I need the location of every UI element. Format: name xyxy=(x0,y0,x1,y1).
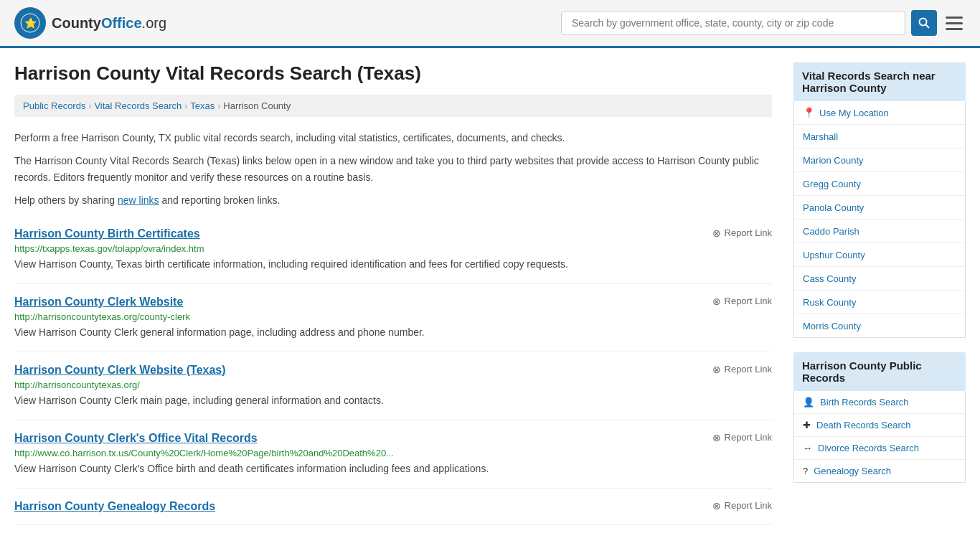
report-icon: ⊗ xyxy=(712,364,721,375)
result-url-2: http://harrisoncountytexas.org/ xyxy=(14,380,772,390)
result-title-3[interactable]: Harrison County Clerk's Office Vital Rec… xyxy=(14,432,258,445)
result-header: Harrison County Clerk Website (Texas) ⊗ … xyxy=(14,364,772,377)
breadcrumb-link-public-records[interactable]: Public Records xyxy=(23,100,85,111)
record-link-2[interactable]: Divorce Records Search xyxy=(818,443,919,453)
breadcrumb-current: Harrison County xyxy=(223,100,291,111)
nearby-item-5[interactable]: Upshur County xyxy=(794,243,965,267)
nearby-item-4[interactable]: Caddo Parish xyxy=(794,220,965,243)
result-title-0[interactable]: Harrison County Birth Certificates xyxy=(14,227,200,240)
record-item-1[interactable]: ✚ Death Records Search xyxy=(794,414,965,437)
page-body: Harrison County Vital Records Search (Te… xyxy=(0,48,980,525)
nearby-header: Vital Records Search near Harrison Count… xyxy=(793,62,966,101)
search-input[interactable] xyxy=(561,11,905,35)
record-item-2[interactable]: ↔ Divorce Records Search xyxy=(794,437,965,460)
result-title-4[interactable]: Harrison County Genealogy Records xyxy=(14,500,215,513)
location-icon: 📍 xyxy=(803,107,815,118)
svg-point-2 xyxy=(920,19,927,26)
nearby-item-8[interactable]: Morris County xyxy=(794,314,965,337)
description-1: Perform a free Harrison County, TX publi… xyxy=(14,130,772,146)
nearby-link-7[interactable]: Rusk County xyxy=(803,297,856,308)
result-url-3: http://www.co.harrison.tx.us/County%20Cl… xyxy=(14,448,772,458)
breadcrumb-link-vital-records[interactable]: Vital Records Search xyxy=(94,100,182,111)
result-header: Harrison County Clerk Website ⊗ Report L… xyxy=(14,296,772,309)
results-container: Harrison County Birth Certificates ⊗ Rep… xyxy=(14,216,772,525)
result-desc-1: View Harrison County Clerk general infor… xyxy=(14,325,772,340)
nearby-item-6[interactable]: Cass County xyxy=(794,267,965,291)
public-records-list: 👤 Birth Records Search ✚ Death Records S… xyxy=(793,391,966,483)
public-records-section: Harrison County Public Records 👤 Birth R… xyxy=(793,352,966,483)
nearby-link-6[interactable]: Cass County xyxy=(803,273,856,284)
breadcrumb-link-texas[interactable]: Texas xyxy=(190,100,215,111)
report-icon: ⊗ xyxy=(712,432,721,443)
main-content: Harrison County Vital Records Search (Te… xyxy=(14,62,793,525)
nearby-section: Vital Records Search near Harrison Count… xyxy=(793,62,966,338)
report-link-0[interactable]: ⊗ Report Link xyxy=(712,227,772,239)
record-link-0[interactable]: Birth Records Search xyxy=(820,397,909,408)
nearby-link-2[interactable]: Gregg County xyxy=(803,179,861,189)
report-icon: ⊗ xyxy=(712,296,721,307)
breadcrumb: Public Records › Vital Records Search › … xyxy=(14,95,772,117)
record-icon-3: ? xyxy=(803,466,808,476)
record-link-1[interactable]: Death Records Search xyxy=(816,420,911,430)
record-item-3[interactable]: ? Genealogy Search xyxy=(794,460,965,482)
use-location-link[interactable]: Use My Location xyxy=(819,108,889,118)
nearby-link-8[interactable]: Morris County xyxy=(803,321,861,331)
report-link-1[interactable]: ⊗ Report Link xyxy=(712,296,772,307)
description-2: The Harrison County Vital Records Search… xyxy=(14,153,772,185)
nearby-link-3[interactable]: Panola County xyxy=(803,202,864,213)
result-header: Harrison County Genealogy Records ⊗ Repo… xyxy=(14,500,772,513)
nearby-link-4[interactable]: Caddo Parish xyxy=(803,226,859,237)
report-icon: ⊗ xyxy=(712,227,721,239)
nearby-item-1[interactable]: Marion County xyxy=(794,149,965,172)
public-records-header: Harrison County Public Records xyxy=(793,352,966,391)
nearby-item-7[interactable]: Rusk County xyxy=(794,291,965,314)
nearby-link-5[interactable]: Upshur County xyxy=(803,250,865,260)
result-title-2[interactable]: Harrison County Clerk Website (Texas) xyxy=(14,364,226,377)
result-entry: Harrison County Clerk's Office Vital Rec… xyxy=(14,420,772,489)
record-icon-2: ↔ xyxy=(803,443,812,453)
new-links-link[interactable]: new links xyxy=(118,194,159,206)
result-header: Harrison County Birth Certificates ⊗ Rep… xyxy=(14,227,772,240)
use-location-item[interactable]: 📍 Use My Location xyxy=(794,101,965,125)
sidebar: Vital Records Search near Harrison Count… xyxy=(793,62,966,525)
result-entry: Harrison County Clerk Website (Texas) ⊗ … xyxy=(14,352,772,420)
nearby-item-2[interactable]: Gregg County xyxy=(794,172,965,196)
record-icon-0: 👤 xyxy=(803,397,814,408)
svg-text:⭐: ⭐ xyxy=(24,17,37,29)
result-url-1: http://harrisoncountytexas.org/county-cl… xyxy=(14,311,772,322)
record-link-3[interactable]: Genealogy Search xyxy=(814,466,891,476)
result-desc-3: View Harrison County Clerk's Office birt… xyxy=(14,461,772,476)
page-title: Harrison County Vital Records Search (Te… xyxy=(14,62,772,85)
search-area xyxy=(561,10,966,36)
result-desc-2: View Harrison County Clerk main page, in… xyxy=(14,393,772,408)
result-entry: Harrison County Genealogy Records ⊗ Repo… xyxy=(14,489,772,525)
nearby-item-0[interactable]: Marshall xyxy=(794,125,965,149)
result-url-0: https://txapps.texas.gov/tolapp/ovra/ind… xyxy=(14,243,772,254)
nearby-link-0[interactable]: Marshall xyxy=(803,131,838,142)
result-entry: Harrison County Birth Certificates ⊗ Rep… xyxy=(14,216,772,284)
result-desc-0: View Harrison County, Texas birth certif… xyxy=(14,257,772,272)
nearby-list: 📍 Use My Location MarshallMarion CountyG… xyxy=(793,101,966,338)
header: ⭐ CountyOffice.org xyxy=(0,0,980,48)
search-button[interactable] xyxy=(911,10,937,36)
logo-area: ⭐ CountyOffice.org xyxy=(14,7,166,39)
report-link-3[interactable]: ⊗ Report Link xyxy=(712,432,772,443)
menu-button[interactable] xyxy=(943,14,966,33)
nearby-link-1[interactable]: Marion County xyxy=(803,155,864,166)
report-icon: ⊗ xyxy=(712,500,721,512)
logo-icon: ⭐ xyxy=(14,7,46,39)
record-icon-1: ✚ xyxy=(803,420,811,430)
svg-line-3 xyxy=(926,25,930,29)
result-header: Harrison County Clerk's Office Vital Rec… xyxy=(14,432,772,445)
record-item-0[interactable]: 👤 Birth Records Search xyxy=(794,391,965,414)
nearby-item-3[interactable]: Panola County xyxy=(794,196,965,220)
report-link-2[interactable]: ⊗ Report Link xyxy=(712,364,772,375)
result-entry: Harrison County Clerk Website ⊗ Report L… xyxy=(14,284,772,352)
result-title-1[interactable]: Harrison County Clerk Website xyxy=(14,296,183,309)
description-3: Help others by sharing new links and rep… xyxy=(14,192,772,208)
logo-text: CountyOffice.org xyxy=(52,15,166,32)
report-link-4[interactable]: ⊗ Report Link xyxy=(712,500,772,512)
